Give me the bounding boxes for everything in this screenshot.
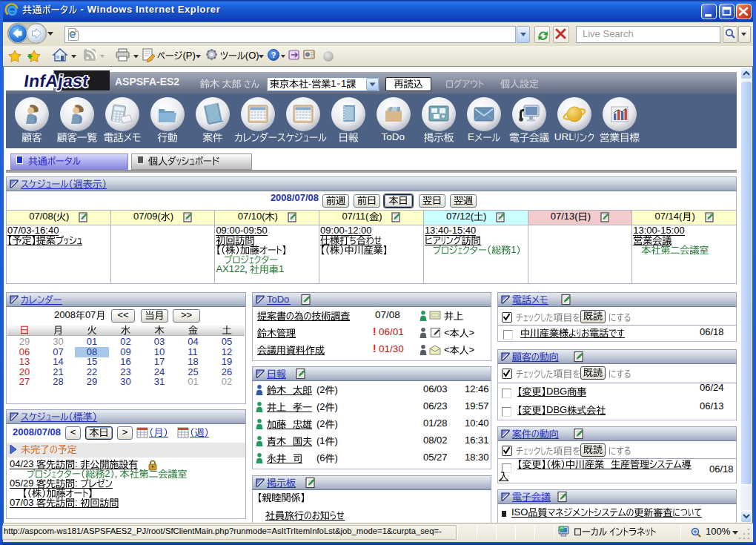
svg-text:?: ?	[271, 50, 276, 59]
